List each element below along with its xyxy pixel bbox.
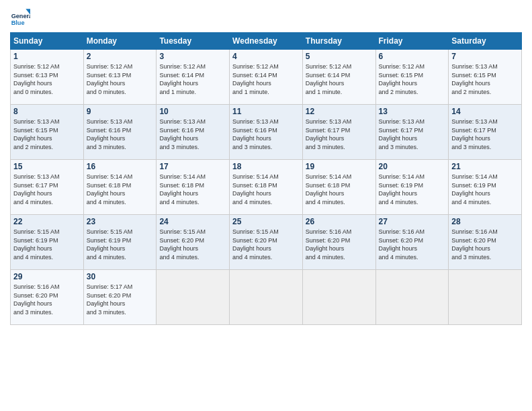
calendar-day-cell: 2 Sunrise: 5:12 AM Sunset: 6:13 PM Dayli… xyxy=(83,50,157,105)
day-number: 1 xyxy=(13,52,81,61)
day-info: Sunrise: 5:12 AM Sunset: 6:14 PM Dayligh… xyxy=(306,62,373,96)
day-number: 11 xyxy=(232,107,300,116)
day-info: Sunrise: 5:13 AM Sunset: 6:17 PM Dayligh… xyxy=(451,118,519,151)
day-info: Sunrise: 5:13 AM Sunset: 6:16 PM Dayligh… xyxy=(232,118,300,151)
day-info: Sunrise: 5:13 AM Sunset: 6:15 PM Dayligh… xyxy=(13,118,81,151)
calendar-day-cell: 13 Sunrise: 5:13 AM Sunset: 6:17 PM Dayl… xyxy=(375,105,449,160)
calendar-day-cell: 24 Sunrise: 5:15 AM Sunset: 6:20 PM Dayl… xyxy=(157,215,230,270)
calendar-week-row: 22 Sunrise: 5:15 AM Sunset: 6:19 PM Dayl… xyxy=(11,215,522,270)
calendar-week-row: 15 Sunrise: 5:13 AM Sunset: 6:17 PM Dayl… xyxy=(11,160,522,215)
day-info: Sunrise: 5:14 AM Sunset: 6:18 PM Dayligh… xyxy=(306,173,373,206)
day-number: 20 xyxy=(379,162,446,171)
day-info: Sunrise: 5:16 AM Sunset: 6:20 PM Dayligh… xyxy=(451,228,519,261)
day-number: 6 xyxy=(379,52,446,61)
day-info: Sunrise: 5:15 AM Sunset: 6:19 PM Dayligh… xyxy=(13,228,81,261)
svg-text:Blue: Blue xyxy=(11,19,25,26)
calendar-day-cell: 28 Sunrise: 5:16 AM Sunset: 6:20 PM Dayl… xyxy=(449,215,522,270)
day-info: Sunrise: 5:15 AM Sunset: 6:20 PM Dayligh… xyxy=(232,228,300,261)
day-number: 24 xyxy=(159,217,226,226)
day-info: Sunrise: 5:13 AM Sunset: 6:15 PM Dayligh… xyxy=(451,62,519,96)
calendar-day-cell: 10 Sunrise: 5:13 AM Sunset: 6:16 PM Dayl… xyxy=(157,105,230,160)
calendar-day-cell: 25 Sunrise: 5:15 AM Sunset: 6:20 PM Dayl… xyxy=(230,215,303,270)
day-number: 2 xyxy=(87,52,154,61)
logo-icon: General Blue xyxy=(10,7,30,27)
calendar-day-cell: 5 Sunrise: 5:12 AM Sunset: 6:14 PM Dayli… xyxy=(302,50,375,105)
day-number: 4 xyxy=(232,52,300,61)
day-number: 26 xyxy=(306,217,373,226)
calendar-body: 1 Sunrise: 5:12 AM Sunset: 6:13 PM Dayli… xyxy=(11,50,522,325)
day-number: 18 xyxy=(232,162,300,171)
logo: General Blue xyxy=(10,7,33,27)
day-number: 21 xyxy=(451,162,519,171)
day-info: Sunrise: 5:14 AM Sunset: 6:19 PM Dayligh… xyxy=(451,173,519,206)
day-number: 28 xyxy=(451,217,519,226)
calendar-day-cell: 16 Sunrise: 5:14 AM Sunset: 6:18 PM Dayl… xyxy=(83,160,157,215)
day-number: 12 xyxy=(306,107,373,116)
day-info: Sunrise: 5:17 AM Sunset: 6:20 PM Dayligh… xyxy=(87,283,154,316)
day-number: 10 xyxy=(159,107,226,116)
day-info: Sunrise: 5:12 AM Sunset: 6:15 PM Dayligh… xyxy=(379,62,446,96)
day-number: 7 xyxy=(451,52,519,61)
day-info: Sunrise: 5:12 AM Sunset: 6:13 PM Dayligh… xyxy=(13,62,81,96)
day-number: 22 xyxy=(13,217,81,226)
day-of-week-header: Saturday xyxy=(449,33,522,50)
day-info: Sunrise: 5:16 AM Sunset: 6:20 PM Dayligh… xyxy=(306,228,373,261)
calendar-header: SundayMondayTuesdayWednesdayThursdayFrid… xyxy=(11,33,522,50)
calendar-week-row: 1 Sunrise: 5:12 AM Sunset: 6:13 PM Dayli… xyxy=(11,50,522,105)
calendar-day-cell: 23 Sunrise: 5:15 AM Sunset: 6:19 PM Dayl… xyxy=(83,215,157,270)
day-info: Sunrise: 5:12 AM Sunset: 6:14 PM Dayligh… xyxy=(159,62,226,96)
calendar-day-cell: 11 Sunrise: 5:13 AM Sunset: 6:16 PM Dayl… xyxy=(230,105,303,160)
calendar-day-cell: 14 Sunrise: 5:13 AM Sunset: 6:17 PM Dayl… xyxy=(449,105,522,160)
calendar-day-cell: 3 Sunrise: 5:12 AM Sunset: 6:14 PM Dayli… xyxy=(157,50,230,105)
day-number: 15 xyxy=(13,162,81,171)
day-info: Sunrise: 5:14 AM Sunset: 6:18 PM Dayligh… xyxy=(159,173,226,206)
calendar-day-cell: 19 Sunrise: 5:14 AM Sunset: 6:18 PM Dayl… xyxy=(302,160,375,215)
day-info: Sunrise: 5:13 AM Sunset: 6:16 PM Dayligh… xyxy=(159,118,226,151)
calendar-day-cell: 22 Sunrise: 5:15 AM Sunset: 6:19 PM Dayl… xyxy=(11,215,84,270)
day-number: 23 xyxy=(87,217,154,226)
day-number: 27 xyxy=(379,217,446,226)
day-info: Sunrise: 5:16 AM Sunset: 6:20 PM Dayligh… xyxy=(379,228,446,261)
calendar-day-cell: 4 Sunrise: 5:12 AM Sunset: 6:14 PM Dayli… xyxy=(230,50,303,105)
day-number: 5 xyxy=(306,52,373,61)
day-info: Sunrise: 5:12 AM Sunset: 6:14 PM Dayligh… xyxy=(232,62,300,96)
day-number: 25 xyxy=(232,217,300,226)
calendar-day-cell: 9 Sunrise: 5:13 AM Sunset: 6:16 PM Dayli… xyxy=(83,105,157,160)
calendar-day-cell: 21 Sunrise: 5:14 AM Sunset: 6:19 PM Dayl… xyxy=(449,160,522,215)
day-number: 17 xyxy=(159,162,226,171)
calendar-day-cell: 27 Sunrise: 5:16 AM Sunset: 6:20 PM Dayl… xyxy=(375,215,449,270)
day-number: 8 xyxy=(13,107,81,116)
day-number: 9 xyxy=(87,107,154,116)
calendar-week-row: 29 Sunrise: 5:16 AM Sunset: 6:20 PM Dayl… xyxy=(11,270,522,325)
calendar-day-cell xyxy=(230,270,303,325)
page-header: General Blue xyxy=(10,7,522,27)
day-info: Sunrise: 5:16 AM Sunset: 6:20 PM Dayligh… xyxy=(13,283,81,316)
day-info: Sunrise: 5:15 AM Sunset: 6:20 PM Dayligh… xyxy=(159,228,226,261)
calendar-day-cell: 1 Sunrise: 5:12 AM Sunset: 6:13 PM Dayli… xyxy=(11,50,84,105)
day-of-week-header: Sunday xyxy=(11,33,84,50)
calendar-week-row: 8 Sunrise: 5:13 AM Sunset: 6:15 PM Dayli… xyxy=(11,105,522,160)
day-number: 29 xyxy=(13,272,81,281)
calendar-day-cell: 12 Sunrise: 5:13 AM Sunset: 6:17 PM Dayl… xyxy=(302,105,375,160)
calendar-day-cell: 30 Sunrise: 5:17 AM Sunset: 6:20 PM Dayl… xyxy=(83,270,157,325)
day-number: 13 xyxy=(379,107,446,116)
day-info: Sunrise: 5:13 AM Sunset: 6:17 PM Dayligh… xyxy=(13,173,81,206)
day-number: 14 xyxy=(451,107,519,116)
page-container: General Blue SundayMondayTuesdayWednesda… xyxy=(0,0,532,411)
calendar-day-cell: 18 Sunrise: 5:14 AM Sunset: 6:18 PM Dayl… xyxy=(230,160,303,215)
day-of-week-header: Tuesday xyxy=(157,33,230,50)
day-info: Sunrise: 5:13 AM Sunset: 6:16 PM Dayligh… xyxy=(87,118,154,151)
calendar-day-cell: 7 Sunrise: 5:13 AM Sunset: 6:15 PM Dayli… xyxy=(449,50,522,105)
day-info: Sunrise: 5:15 AM Sunset: 6:19 PM Dayligh… xyxy=(87,228,154,261)
calendar-day-cell: 8 Sunrise: 5:13 AM Sunset: 6:15 PM Dayli… xyxy=(11,105,84,160)
calendar-day-cell: 15 Sunrise: 5:13 AM Sunset: 6:17 PM Dayl… xyxy=(11,160,84,215)
day-of-week-header: Monday xyxy=(83,33,157,50)
day-of-week-header: Thursday xyxy=(302,33,375,50)
day-info: Sunrise: 5:13 AM Sunset: 6:17 PM Dayligh… xyxy=(379,118,446,151)
day-info: Sunrise: 5:12 AM Sunset: 6:13 PM Dayligh… xyxy=(87,62,154,96)
calendar-day-cell: 20 Sunrise: 5:14 AM Sunset: 6:19 PM Dayl… xyxy=(375,160,449,215)
calendar-day-cell xyxy=(375,270,449,325)
calendar-day-cell: 26 Sunrise: 5:16 AM Sunset: 6:20 PM Dayl… xyxy=(302,215,375,270)
calendar-day-cell: 6 Sunrise: 5:12 AM Sunset: 6:15 PM Dayli… xyxy=(375,50,449,105)
day-number: 19 xyxy=(306,162,373,171)
